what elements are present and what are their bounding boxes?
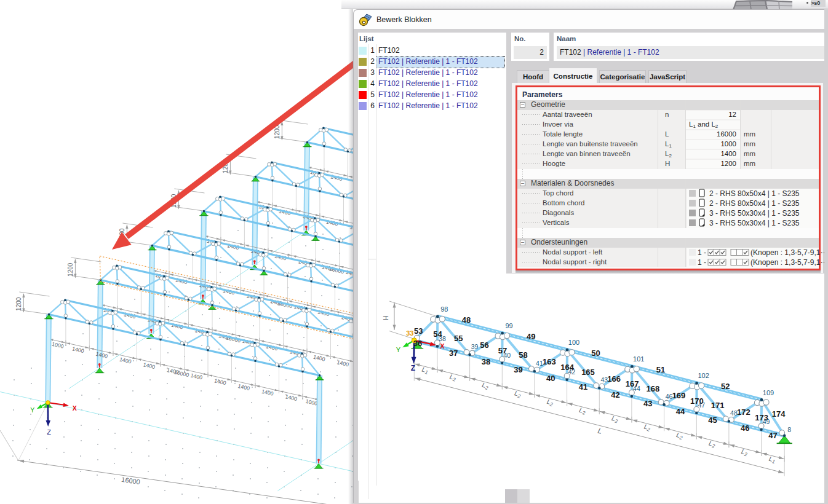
svg-text:99: 99: [505, 322, 512, 329]
svg-text:H: H: [382, 315, 389, 320]
svg-text:48: 48: [730, 409, 738, 417]
svg-text:51: 51: [656, 365, 665, 374]
svg-text:56: 56: [480, 341, 488, 350]
svg-text:40: 40: [503, 352, 511, 359]
svg-text:165: 165: [581, 368, 595, 377]
svg-text:33: 33: [406, 329, 413, 337]
svg-text:44: 44: [633, 385, 640, 392]
svg-text:42: 42: [611, 390, 619, 400]
svg-text:109: 109: [763, 389, 774, 396]
svg-text:43: 43: [600, 376, 608, 384]
svg-text:52: 52: [721, 382, 730, 391]
svg-text:55: 55: [454, 334, 463, 343]
svg-text:38: 38: [482, 357, 490, 366]
svg-text:49: 49: [763, 418, 770, 425]
svg-text:50: 50: [591, 348, 600, 358]
svg-text:47: 47: [698, 401, 705, 409]
svg-text:58: 58: [519, 350, 527, 360]
svg-text:40: 40: [546, 374, 555, 383]
svg-text:38: 38: [439, 335, 446, 342]
svg-text:8: 8: [787, 426, 791, 433]
svg-text:98: 98: [440, 305, 448, 313]
svg-text:39: 39: [514, 365, 522, 374]
svg-text:45: 45: [708, 415, 717, 425]
svg-text:47: 47: [768, 431, 777, 440]
svg-text:169: 169: [672, 391, 686, 400]
svg-text:163: 163: [543, 357, 556, 366]
svg-text:42: 42: [568, 368, 576, 376]
svg-text:41: 41: [536, 360, 543, 367]
svg-text:48: 48: [462, 315, 471, 325]
svg-text:168: 168: [646, 384, 659, 393]
svg-text:39: 39: [471, 343, 479, 350]
svg-text:49: 49: [527, 332, 535, 341]
svg-text:43: 43: [643, 399, 652, 408]
svg-text:101: 101: [633, 355, 644, 363]
svg-text:36: 36: [413, 339, 422, 348]
svg-text:44: 44: [676, 407, 685, 416]
svg-text:46: 46: [741, 423, 749, 433]
svg-text:46: 46: [666, 393, 673, 400]
svg-text:172: 172: [737, 408, 750, 417]
svg-text:Y: Y: [396, 346, 401, 353]
svg-text:X: X: [440, 342, 445, 350]
svg-text:166: 166: [607, 374, 621, 384]
svg-text:41: 41: [579, 382, 587, 392]
svg-text:Z: Z: [411, 364, 415, 372]
svg-text:37: 37: [449, 348, 458, 358]
svg-text:171: 171: [711, 401, 725, 410]
svg-text:102: 102: [698, 372, 709, 379]
svg-text:100: 100: [568, 339, 579, 346]
svg-text:53: 53: [414, 326, 423, 336]
svg-text:174: 174: [772, 409, 786, 419]
